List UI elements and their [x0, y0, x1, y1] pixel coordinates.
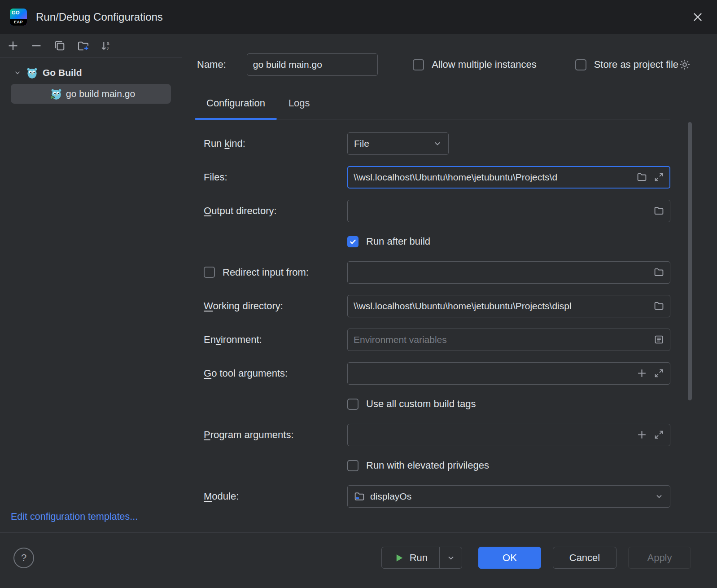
logo-eap-text: EAP	[10, 19, 27, 26]
checkbox-label: Run with elevated privileges	[366, 460, 489, 471]
name-input[interactable]	[253, 59, 372, 70]
browse-folder-icon[interactable]	[654, 267, 664, 277]
tab-configuration[interactable]: Configuration	[195, 92, 277, 119]
checkbox-box	[347, 399, 358, 410]
checkbox-box	[575, 59, 586, 70]
run-button[interactable]: Run	[382, 547, 439, 568]
configurations-tree: Go Build go build main.go	[0, 58, 182, 104]
go-run-configuration-icon	[50, 88, 62, 100]
custom-build-tags-row: Use all custom build tags	[195, 390, 670, 418]
redirect-input-row: Redirect input from:	[195, 255, 670, 289]
new-folder-button[interactable]	[76, 39, 90, 53]
remove-configuration-button[interactable]	[30, 39, 43, 53]
copy-configuration-button[interactable]	[53, 39, 66, 53]
output-directory-label: Output directory:	[195, 205, 347, 217]
expand-field-icon[interactable]	[654, 172, 664, 182]
store-as-project-file-checkbox[interactable]: Store as project file	[575, 59, 678, 70]
dialog-content: Go Build go build main.go Edit configura…	[0, 34, 717, 532]
add-argument-icon[interactable]	[637, 430, 647, 440]
module-select[interactable]: displayOs	[347, 485, 670, 508]
run-debug-configurations-dialog: GO EAP Run/Debug Configurations	[0, 0, 717, 588]
program-arguments-row: Program arguments:	[195, 418, 670, 452]
run-kind-row: Run kind: File	[195, 127, 670, 160]
files-input[interactable]	[354, 172, 630, 183]
go-tool-arguments-input[interactable]	[354, 368, 630, 379]
allow-multiple-instances-checkbox[interactable]: Allow multiple instances	[413, 59, 537, 70]
output-directory-input[interactable]	[354, 206, 647, 216]
working-directory-row: Working directory:	[195, 289, 670, 323]
redirect-input-input[interactable]	[354, 267, 647, 278]
working-directory-input[interactable]	[354, 301, 647, 312]
run-with-elevated-privileges-checkbox[interactable]: Run with elevated privileges	[347, 460, 489, 471]
module-value: displayOs	[370, 491, 411, 502]
checkbox-box	[204, 267, 215, 278]
output-directory-row: Output directory:	[195, 194, 670, 228]
apply-button[interactable]: Apply	[628, 547, 691, 569]
run-after-build-checkbox[interactable]: Run after build	[347, 236, 430, 247]
gear-icon	[678, 58, 691, 71]
goland-eap-logo: GO EAP	[10, 9, 27, 26]
edit-configuration-templates-link[interactable]: Edit configuration templates...	[11, 511, 138, 522]
go-tool-arguments-label: Go tool arguments:	[195, 368, 347, 379]
copy-icon	[54, 40, 66, 52]
tree-group-go-build[interactable]: Go Build	[0, 62, 182, 83]
run-button-label: Run	[410, 552, 428, 564]
files-field-wrapper	[347, 166, 670, 189]
redirect-input-checkbox[interactable]: Redirect input from:	[204, 267, 309, 278]
play-icon	[393, 553, 404, 563]
files-label: Files:	[195, 171, 347, 183]
go-tool-arguments-row: Go tool arguments:	[195, 356, 670, 390]
tree-item-go-build-main-go[interactable]: go build main.go	[11, 84, 171, 104]
cancel-button[interactable]: Cancel	[553, 547, 616, 569]
chevron-down-icon[interactable]	[13, 69, 22, 77]
configuration-form: Run kind: File Files:	[195, 119, 670, 513]
titlebar: GO EAP Run/Debug Configurations	[0, 0, 717, 34]
use-all-custom-build-tags-checkbox[interactable]: Use all custom build tags	[347, 398, 476, 410]
name-row: Name: Allow multiple instances Store as …	[197, 53, 691, 76]
help-button[interactable]: ?	[13, 548, 34, 568]
add-configuration-button[interactable]	[6, 39, 20, 53]
browse-folder-icon[interactable]	[637, 172, 647, 182]
browse-folder-icon[interactable]	[654, 206, 664, 216]
add-icon	[7, 40, 19, 52]
checkbox-label: Redirect input from:	[223, 267, 309, 278]
working-directory-label: Working directory:	[195, 300, 347, 312]
close-button[interactable]	[688, 8, 707, 26]
add-argument-icon[interactable]	[637, 368, 647, 378]
module-folder-icon	[354, 491, 365, 502]
output-directory-field-wrapper	[347, 200, 670, 222]
run-options-dropdown-button[interactable]	[439, 547, 462, 568]
program-arguments-input[interactable]	[354, 430, 630, 440]
working-directory-field-wrapper	[347, 295, 670, 317]
checkbox-box	[347, 460, 358, 471]
tabs: Configuration Logs	[195, 92, 670, 119]
sidebar-toolbar	[0, 34, 182, 58]
environment-label: Environment:	[195, 334, 347, 346]
sort-configurations-button[interactable]	[100, 39, 113, 53]
remove-icon	[31, 40, 42, 52]
chevron-down-icon	[446, 553, 455, 562]
vertical-scrollbar[interactable]	[688, 122, 692, 400]
expand-field-icon[interactable]	[654, 368, 664, 378]
configuration-editor: Name: Allow multiple instances Store as …	[182, 34, 717, 532]
redirect-input-field-wrapper	[347, 261, 670, 284]
run-button-group: Run	[381, 547, 462, 569]
dialog-footer: ? Run OK Cancel Apply	[0, 532, 717, 588]
checkbox-box	[347, 236, 358, 247]
environment-variables-list-icon[interactable]	[654, 334, 664, 345]
browse-folder-icon[interactable]	[654, 301, 664, 311]
go-gopher-icon	[26, 67, 38, 79]
ok-button[interactable]: OK	[478, 547, 541, 569]
name-field-wrapper	[247, 53, 378, 76]
files-row: Files:	[195, 160, 670, 194]
run-kind-select[interactable]: File	[347, 132, 449, 155]
store-as-project-file-settings-button[interactable]	[678, 58, 691, 71]
run-kind-label: Run kind:	[195, 138, 347, 149]
tab-logs[interactable]: Logs	[277, 92, 322, 119]
chevron-down-icon	[655, 492, 664, 501]
checkbox-label: Run after build	[366, 236, 430, 247]
checkbox-box	[413, 59, 424, 70]
environment-input[interactable]	[354, 334, 647, 345]
question-mark-icon: ?	[21, 552, 26, 564]
expand-field-icon[interactable]	[654, 430, 664, 440]
